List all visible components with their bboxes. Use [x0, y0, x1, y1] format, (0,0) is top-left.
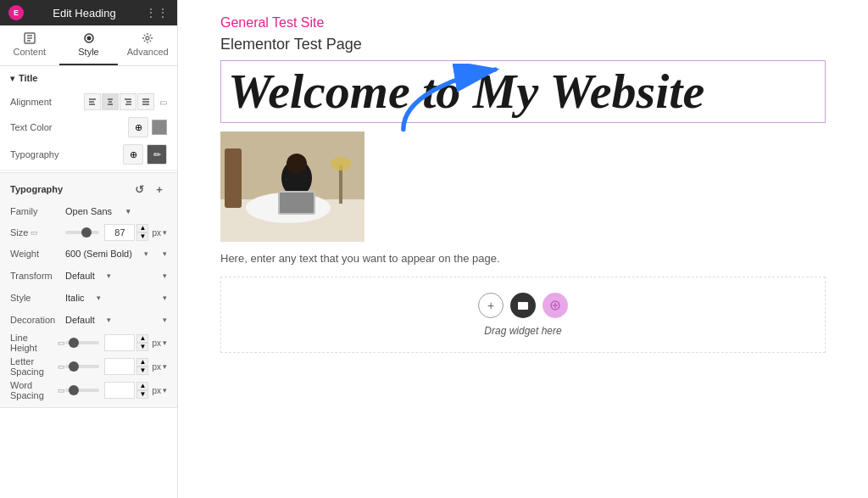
word-spacing-unit-chevron: ▾ — [163, 386, 167, 394]
tab-content[interactable]: Content — [0, 25, 59, 65]
content-area: Here, enter any text that you want to ap… — [178, 131, 868, 268]
line-height-slider-area — [65, 339, 99, 347]
size-slider-track — [65, 231, 99, 234]
align-center-btn[interactable] — [102, 93, 119, 110]
line-height-label: Line Height — [10, 333, 55, 353]
svg-point-24 — [287, 154, 307, 174]
add-widget-btn[interactable]: + — [478, 293, 504, 318]
alignment-control: Alignment ▭ — [0, 90, 177, 114]
size-input[interactable] — [104, 224, 135, 241]
typography-global-btn[interactable]: ⊕ — [123, 144, 143, 165]
transform-chevron: ▾ — [107, 271, 111, 280]
add-icon[interactable]: + — [152, 182, 167, 197]
size-unit-chevron: ▾ — [163, 228, 167, 237]
transform-control: Default ▾ — [65, 271, 167, 281]
grid-icon[interactable]: ⋮⋮ — [145, 6, 169, 20]
drop-zone[interactable]: + Drag widget here — [220, 277, 826, 353]
size-label-wrap: Size ▭ — [10, 227, 65, 238]
sub-panel-icons: ↺ + — [131, 182, 167, 197]
style-select[interactable]: Italic — [65, 293, 97, 303]
size-slider-thumb[interactable] — [81, 227, 92, 238]
letter-spacing-stepper: ▲ ▼ — [136, 358, 148, 375]
letter-spacing-slider-thumb[interactable] — [69, 361, 79, 372]
align-justify-btn[interactable] — [137, 93, 154, 110]
size-monitor-icon: ▭ — [31, 228, 38, 237]
monitor-icon-align: ▭ — [159, 98, 167, 107]
typography-label: Typography — [10, 149, 123, 159]
svg-rect-21 — [225, 148, 242, 208]
word-spacing-slider-track — [65, 389, 99, 392]
page-title: Elementor Test Page — [178, 34, 868, 60]
alignment-label: Alignment — [10, 97, 84, 107]
heading-text: Welcome to My Website — [228, 64, 818, 119]
line-height-up-btn[interactable]: ▲ — [136, 334, 148, 343]
size-down-btn[interactable]: ▼ — [136, 232, 148, 241]
align-left-btn[interactable] — [84, 93, 101, 110]
weight-select[interactable]: 600 (Semi Bold) — [65, 249, 144, 259]
letter-spacing-down-btn[interactable]: ▼ — [136, 367, 148, 375]
line-height-row: Line Height ▭ ▲ ▼ px ▾ — [0, 331, 177, 355]
line-height-stepper: ▲ ▼ — [136, 334, 148, 351]
letter-spacing-slider-track — [65, 365, 99, 368]
line-height-monitor-icon: ▭ — [58, 339, 65, 347]
transform-row: Transform Default ▾ — [0, 265, 177, 287]
sub-panel-header: Typography ↺ + — [0, 178, 177, 200]
word-spacing-unit: px — [152, 386, 161, 395]
decoration-select[interactable]: Default — [65, 315, 107, 325]
folder-btn[interactable] — [510, 293, 536, 318]
word-spacing-slider-thumb[interactable] — [69, 385, 79, 395]
tab-advanced[interactable]: Advanced — [118, 25, 177, 65]
transform-label: Transform — [10, 271, 65, 281]
word-spacing-input[interactable] — [104, 382, 135, 399]
reset-icon[interactable]: ↺ — [131, 182, 147, 197]
text-color-swatch[interactable] — [152, 120, 167, 135]
letter-spacing-monitor-icon: ▭ — [58, 362, 65, 371]
line-height-slider-thumb[interactable] — [69, 338, 79, 348]
panel-body: Title Alignment — [0, 66, 177, 498]
word-spacing-label: Word Spacing — [10, 380, 55, 400]
sub-panel-title: Typography — [10, 184, 63, 194]
elements-btn[interactable] — [542, 293, 568, 318]
line-height-down-btn[interactable]: ▼ — [136, 343, 148, 351]
line-height-input-wrap: ▲ ▼ px ▾ — [104, 334, 167, 351]
letter-spacing-label-wrap: Letter Spacing ▭ — [10, 356, 65, 377]
line-height-input[interactable] — [104, 334, 135, 351]
align-btn-group — [84, 93, 154, 110]
size-up-btn[interactable]: ▲ — [136, 224, 148, 232]
line-height-unit-chevron: ▾ — [163, 339, 167, 347]
letter-spacing-unit: px — [152, 362, 161, 372]
typography-edit-btn[interactable]: ✏ — [147, 144, 167, 165]
size-stepper: ▲ ▼ — [136, 224, 148, 241]
section-title[interactable]: Title — [0, 66, 177, 90]
word-spacing-up-btn[interactable]: ▲ — [136, 382, 148, 390]
letter-spacing-row: Letter Spacing ▭ ▲ ▼ px ▾ — [0, 355, 177, 378]
weight-label: Weight — [10, 249, 65, 259]
letter-spacing-up-btn[interactable]: ▲ — [136, 358, 148, 367]
weight-row: Weight 600 (Semi Bold) ▾ — [0, 243, 177, 265]
word-spacing-input-wrap: ▲ ▼ px ▾ — [104, 382, 167, 399]
body-text: Here, enter any text that you want to ap… — [220, 250, 826, 268]
family-select-wrap: Open Sans ▾ — [65, 206, 131, 216]
letter-spacing-unit-chevron: ▾ — [163, 362, 167, 371]
size-label: Size — [10, 227, 28, 238]
svg-point-28 — [331, 157, 351, 171]
tab-content-label: Content — [14, 47, 47, 57]
weight-control: 600 (Semi Bold) ▾ — [65, 249, 167, 259]
heading-area[interactable]: Welcome to My Website — [220, 60, 826, 123]
align-right-btn[interactable] — [120, 93, 136, 110]
drop-zone-icons: + — [478, 293, 568, 318]
decoration-row: Decoration Default ▾ — [0, 309, 177, 331]
text-color-global-btn[interactable]: ⊕ — [128, 117, 148, 137]
letter-spacing-input[interactable] — [104, 358, 135, 375]
style-control: Italic ▾ — [65, 293, 167, 303]
transform-select[interactable]: Default — [65, 271, 107, 281]
panel-title: Edit Heading — [24, 7, 145, 20]
tab-advanced-label: Advanced — [127, 47, 169, 57]
tab-style[interactable]: Style — [59, 25, 119, 65]
main-content: ‹ General Test Site Elementor Test Page … — [178, 0, 868, 498]
line-height-unit: px — [152, 339, 161, 348]
svg-point-5 — [86, 36, 91, 41]
typography-right: ⊕ ✏ — [123, 144, 167, 165]
family-select[interactable]: Open Sans — [65, 206, 125, 216]
word-spacing-down-btn[interactable]: ▼ — [136, 390, 148, 399]
